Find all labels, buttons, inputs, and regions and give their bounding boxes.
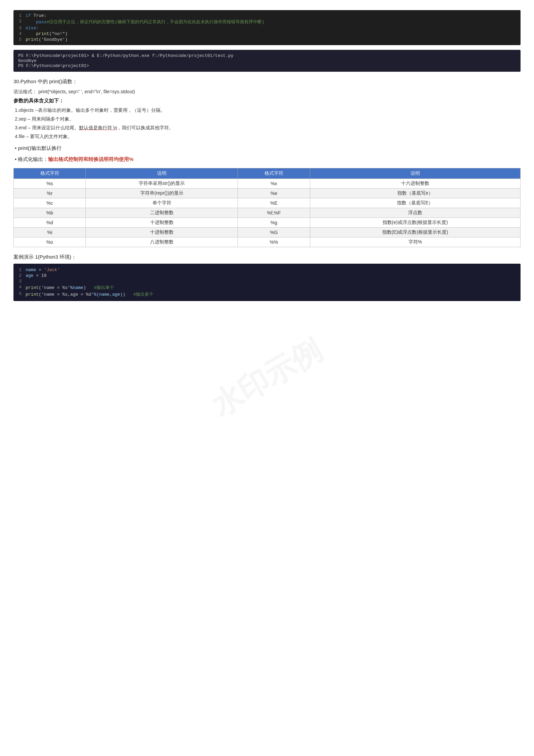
table-cell: %o: [14, 237, 86, 247]
table-cell: %g: [238, 218, 310, 228]
terminal-output: PS F:\Pythoncode\project01> & E:/Python/…: [13, 50, 521, 72]
table-header-col3: 格式字符: [238, 168, 310, 179]
table-cell: %%: [238, 237, 310, 247]
table-cell: %c: [14, 198, 86, 208]
line-num: 3: [13, 26, 26, 31]
bullet-2-highlight: 输出格式控制符和转换说明符均使用%: [48, 156, 133, 162]
table-header-col1: 格式字符: [14, 168, 86, 179]
bullet-1: • print()输出默认换行: [13, 145, 521, 152]
line-num: 5: [13, 291, 26, 296]
table-cell: %i: [14, 228, 86, 237]
case-title: 案例演示 1(Python3 环境)：: [13, 254, 521, 260]
table-cell: 字符串采用str()的显示: [86, 179, 238, 189]
line-num: 5: [13, 37, 26, 42]
code-line-4: 4 print("no!"): [13, 31, 521, 37]
code-line-c2: 2 age = 18: [13, 273, 521, 278]
table-row: %c 单个字符 %E 指数（基底写E）: [14, 198, 521, 208]
line-num: 2: [13, 273, 26, 278]
line-content: age = 18: [26, 273, 521, 278]
table-cell: %b: [14, 208, 86, 218]
table-cell: %x: [238, 179, 310, 189]
table-cell: %f,%F: [238, 208, 310, 218]
line-content: else:: [26, 26, 521, 31]
table-cell: 十进制整数: [86, 218, 238, 228]
line-num: 4: [13, 285, 26, 290]
param-2: 2.sep – 用来间隔多个对象。: [13, 116, 521, 122]
bullet-2: • 格式化输出：输出格式控制符和转换说明符均使用%: [13, 156, 521, 163]
code-block-1: 1 if True: 2 pass#仅仅用于占位，保证代码的完整性(确保下面的代…: [13, 10, 521, 45]
param-4: 4.file – 要写入的文件对象。: [13, 134, 521, 140]
underline-text: 默认值是换行符 \n: [79, 125, 117, 130]
table-header-col2: 说明: [86, 168, 238, 179]
table-cell: 指数（基底写e）: [310, 189, 520, 198]
code-line-c5: 5 print('name = %s,age = %d'%(name,age))…: [13, 291, 521, 298]
code-line-c1: 1 name = 'Jack': [13, 267, 521, 273]
code-line-5: 5 print('Goodbye'): [13, 37, 521, 42]
table-cell: 字符串(repr())的显示: [86, 189, 238, 198]
table-row: %d 十进制整数 %g 指数(e)或浮点数(根据显示长度): [14, 218, 521, 228]
table-row: %s 字符串采用str()的显示 %x 十六进制整数: [14, 179, 521, 189]
line-content: if True:: [26, 13, 521, 18]
code-line-c4: 4 print('name = %s'%name) #输出单个: [13, 284, 521, 291]
table-row: %b 二进制整数 %f,%F 浮点数: [14, 208, 521, 218]
code-line-3: 3 else:: [13, 25, 521, 31]
table-cell: 十进制整数: [86, 228, 238, 237]
syntax-line: 语法格式： print(*objects, sep=' ', end='\n',…: [13, 89, 521, 95]
table-cell: 字符%: [310, 237, 520, 247]
line-content: print('name = %s,age = %d'%(name,age)) #…: [26, 291, 521, 297]
param-3: 3.end – 用来设定以什么结尾。默认值是换行符 \n，我们可以换成其他字符。: [13, 125, 521, 131]
section-30-title: 30.Python 中的 print()函数：: [13, 78, 521, 85]
table-cell: 指数(E)或浮点数(根据显示长度): [310, 228, 520, 237]
line-num: 1: [13, 13, 26, 18]
line-content: name = 'Jack': [26, 267, 521, 272]
table-cell: %r: [14, 189, 86, 198]
params-heading: 参数的具体含义如下：: [13, 98, 521, 104]
table-cell: %s: [14, 179, 86, 189]
line-content: print('name = %s'%name) #输出单个: [26, 285, 521, 291]
table-cell: %d: [14, 218, 86, 228]
code-line-2: 2 pass#仅仅用于占位，保证代码的完整性(确保下面的代码正常执行，不会因为在…: [13, 19, 521, 25]
line-content: print("no!"): [26, 31, 521, 36]
line-num: 1: [13, 267, 26, 272]
table-cell: 二进制整数: [86, 208, 238, 218]
table-cell: 指数(e)或浮点数(根据显示长度): [310, 218, 520, 228]
table-cell: 单个字符: [86, 198, 238, 208]
code-line-c3: 3: [13, 278, 521, 284]
line-num: 4: [13, 31, 26, 36]
table-cell: %e: [238, 189, 310, 198]
format-table: 格式字符 说明 格式字符 说明 %s 字符串采用str()的显示 %x 十六进制…: [13, 168, 521, 247]
code-line-1: 1 if True:: [13, 13, 521, 19]
table-cell: %E: [238, 198, 310, 208]
table-cell: 十六进制整数: [310, 179, 520, 189]
table-row: %r 字符串(repr())的显示 %e 指数（基底写e）: [14, 189, 521, 198]
param-1: 1.objects --表示输出的对象。输出多个对象时，需要用，（逗号）分隔。: [13, 107, 521, 113]
line-content: print('Goodbye'): [26, 37, 521, 42]
case-code-block: 1 name = 'Jack' 2 age = 18 3 4 print('na…: [13, 264, 521, 301]
table-cell: 浮点数: [310, 208, 520, 218]
table-row: %o 八进制整数 %% 字符%: [14, 237, 521, 247]
table-cell: 八进制整数: [86, 237, 238, 247]
line-num: 2: [13, 19, 26, 24]
table-cell: %G: [238, 228, 310, 237]
table-row: %i 十进制整数 %G 指数(E)或浮点数(根据显示长度): [14, 228, 521, 237]
line-num: 3: [13, 279, 26, 284]
line-content: pass#仅仅用于占位，保证代码的完整性(确保下面的代码正常执行，不会因为在此处…: [26, 19, 521, 25]
table-header-col4: 说明: [310, 168, 520, 179]
table-cell: 指数（基底写E）: [310, 198, 520, 208]
